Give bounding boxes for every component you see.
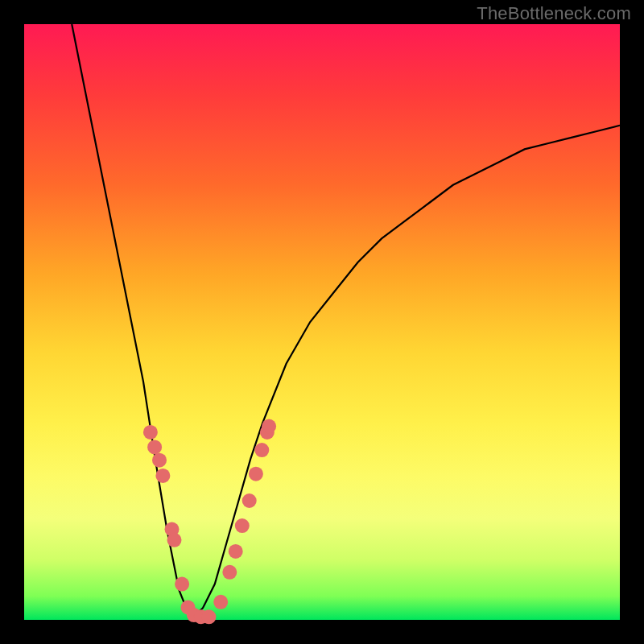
highlight-dot [143, 425, 158, 440]
watermark-text: TheBottleneck.com [477, 3, 631, 24]
highlight-dot [235, 518, 250, 533]
highlight-dot [222, 565, 237, 580]
highlight-dot [249, 467, 263, 481]
plot-area [24, 24, 620, 620]
highlight-dot [254, 443, 269, 457]
highlight-dot [147, 440, 162, 454]
bottleneck-curve [72, 24, 620, 620]
highlight-dot [167, 533, 182, 547]
highlight-dot [262, 419, 276, 434]
highlight-dot [242, 493, 257, 508]
highlight-dot [229, 544, 243, 559]
curve-svg [24, 24, 620, 620]
chart-frame: TheBottleneck.com [0, 0, 644, 644]
highlight-dot [201, 609, 216, 624]
highlight-dot [155, 469, 170, 483]
highlight-dot [213, 595, 228, 609]
highlight-dot [175, 577, 189, 592]
highlight-dot [152, 453, 167, 468]
